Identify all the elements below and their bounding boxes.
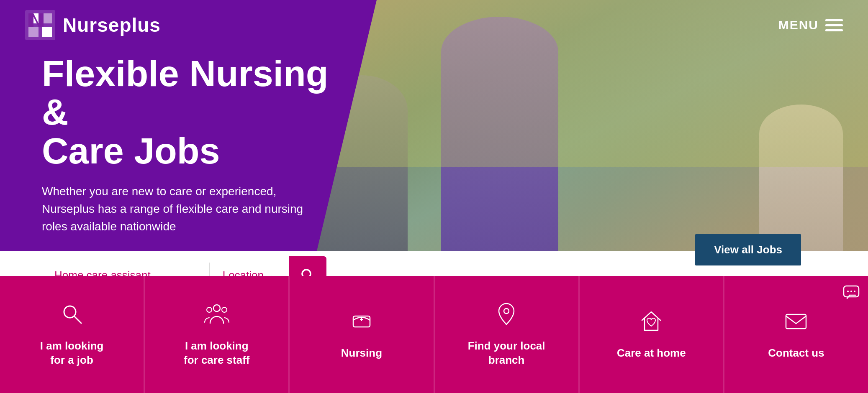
view-all-jobs-button[interactable]: View all Jobs (695, 234, 801, 265)
card-label: Contact us (768, 346, 824, 360)
svg-point-10 (213, 305, 220, 311)
svg-point-16 (504, 309, 509, 314)
menu-label: MENU (778, 18, 819, 32)
hero-subtitle: Whether you are new to care or experienc… (42, 183, 318, 235)
svg-point-11 (207, 307, 212, 312)
bottom-cards: I am lookingfor a job I am lookingfor ca… (0, 276, 868, 393)
menu-button[interactable]: MENU (778, 18, 843, 32)
card-label: I am lookingfor care staff (184, 339, 250, 367)
card-label: Nursing (341, 346, 382, 360)
logo-icon (25, 10, 55, 40)
location-icon (494, 301, 519, 330)
svg-point-19 (847, 291, 849, 292)
card-label: Find your localbranch (468, 339, 545, 367)
svg-rect-3 (28, 27, 39, 37)
envelope-icon (783, 309, 809, 337)
card-label: Care at home (617, 346, 686, 360)
svg-point-21 (854, 291, 855, 292)
home-heart-icon (639, 309, 664, 337)
card-looking-job[interactable]: I am lookingfor a job (0, 276, 145, 393)
hero-title: Flexible Nursing &Care Jobs (42, 54, 360, 170)
brand-name: Nurseplus (63, 14, 161, 36)
nurse-icon (349, 309, 374, 337)
header: Nurseplus MENU (0, 0, 868, 50)
hamburger-icon (825, 19, 843, 31)
logo-area: Nurseplus (25, 10, 161, 40)
svg-line-9 (74, 316, 81, 323)
card-care-home[interactable]: Care at home (580, 276, 724, 393)
card-label: I am lookingfor a job (40, 339, 104, 367)
chat-icon (842, 283, 860, 302)
chat-bubble-button[interactable] (835, 276, 868, 309)
card-looking-care-staff[interactable]: I am lookingfor care staff (145, 276, 290, 393)
svg-point-12 (222, 307, 227, 312)
svg-point-20 (850, 291, 852, 292)
card-nursing[interactable]: Nursing (290, 276, 434, 393)
card-find-branch[interactable]: Find your localbranch (435, 276, 580, 393)
svg-rect-4 (42, 27, 52, 37)
svg-rect-17 (786, 314, 806, 329)
hero-content: Flexible Nursing &Care Jobs Whether you … (42, 54, 360, 294)
group-icon (204, 301, 229, 330)
search-icon (59, 301, 85, 330)
